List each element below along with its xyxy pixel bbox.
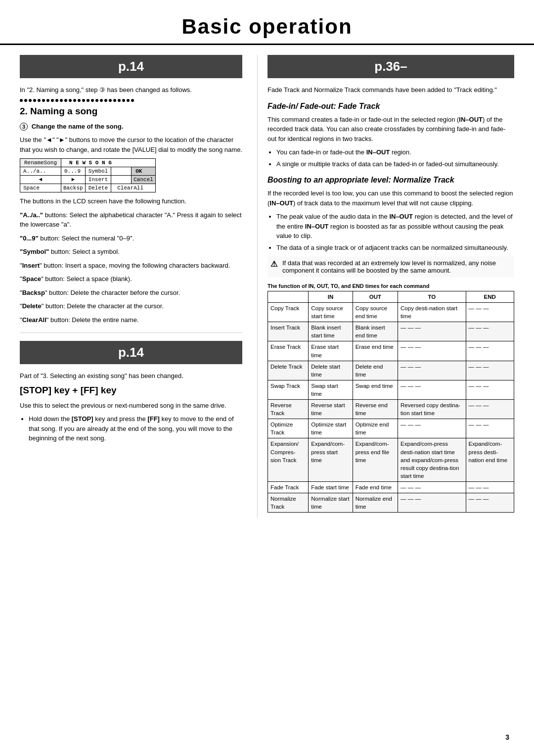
table-row: Erase TrackErase start timeErase end tim… (268, 341, 514, 361)
table-caption: The function of IN, OUT, TO, and END tim… (267, 283, 514, 289)
table-cell-4-0: Swap Track (268, 380, 309, 399)
dot-17 (91, 99, 94, 102)
table-cell-4-2: Swap end time (353, 380, 398, 399)
table-cell-7-3: Expand/com-press desti-nation start time… (398, 438, 466, 481)
table-cell-1-3: — — — (398, 322, 466, 341)
normalize-title: Boosting to an appropriate level: Normal… (267, 176, 514, 185)
table-cell-9-0: Normalize Track (268, 493, 309, 512)
dot-21 (109, 99, 112, 102)
lcd-cell-clearall: ClearAll (111, 184, 156, 192)
step3-bold: Change the name of the song. (32, 123, 124, 130)
table-cell-6-4: — — — (466, 419, 514, 438)
lcd-cell-a: A../a.. (20, 167, 61, 176)
page-header: Basic operation (0, 0, 534, 45)
table-cell-2-0: Erase Track (268, 341, 309, 361)
table-cell-9-3: — — — (398, 493, 466, 512)
table-cell-0-0: Copy Track (268, 303, 309, 322)
lcd-cell-left: ◄ (20, 176, 61, 184)
label-insert: Insert (22, 262, 40, 269)
lcd-cell-insert: Insert (85, 176, 111, 184)
label-delete: Delete (22, 302, 42, 310)
step3-label: 3 Change the name of the song. (20, 122, 242, 132)
dot-7 (46, 99, 49, 102)
table-cell-6-2: Optimize end time (353, 419, 398, 438)
col-header-name (268, 291, 309, 303)
lcd-desc-09: "0...9" button: Select the numeral "0–9"… (20, 234, 242, 243)
divider-1 (20, 332, 242, 333)
normalize-title-text: Boosting to an appropriate level: Normal… (267, 176, 454, 184)
table-cell-5-0: Reverse Track (268, 400, 309, 419)
in-out-4: IN–OUT (389, 213, 413, 220)
fade-bullet-1: You can fade-in or fade-out the IN–OUT r… (276, 147, 514, 157)
dot-9 (55, 99, 58, 102)
table-cell-2-3: — — — (398, 341, 466, 361)
stop-ff-bullet: Hold down the [STOP] key and press the [… (29, 414, 242, 443)
table-cell-6-3: — — — (398, 419, 466, 438)
table-row: Expansion/ Compres-sion TrackExpand/com-… (268, 438, 514, 481)
section2-intro: Part of "3. Selecting an existing song" … (20, 371, 242, 381)
left-column: p.14 In "2. Naming a song," step ③ has b… (20, 55, 257, 518)
fade-text: This command creates a fade-in or fade-o… (267, 115, 514, 144)
section-header-p14-2: p.14 (20, 341, 242, 364)
dot-14 (78, 99, 81, 102)
caution-block: ⚠ If data that was recorded at an extrem… (267, 256, 514, 277)
fade-title: Fade-in/ Fade-out: Fade Track (267, 102, 514, 111)
label-clearall: ClearAll (22, 316, 46, 324)
table-row: Copy TrackCopy source start timeCopy sou… (268, 303, 514, 322)
table-cell-8-1: Fade start time (309, 481, 353, 493)
table-cell-5-3: Reversed copy destina-tion start time (398, 400, 466, 419)
in-out-1: IN–OUT (459, 116, 483, 123)
table-cell-1-4: — — — (466, 322, 514, 341)
lcd-desc-a: "A../a.." buttons: Select the alphabetic… (20, 210, 242, 230)
table-cell-3-0: Delete Track (268, 361, 309, 380)
track-table: IN OUT TO END Copy TrackCopy source star… (267, 291, 514, 513)
table-head: IN OUT TO END (268, 291, 514, 303)
label-backsp: Backsp (22, 289, 45, 296)
table-row: Insert TrackBlank insert start timeBlank… (268, 322, 514, 341)
dot-5 (38, 99, 41, 102)
naming-song-title: 2. Naming a song (20, 106, 242, 117)
table-row: Reverse TrackReverse start timeReverse e… (268, 400, 514, 419)
dot-1 (20, 99, 23, 102)
dot-18 (95, 99, 98, 102)
table-cell-8-4: — — — (466, 481, 514, 493)
dot-25 (127, 99, 130, 102)
table-cell-0-1: Copy source start time (309, 303, 353, 322)
dot-11 (64, 99, 67, 102)
label-a: "A../a.." (20, 211, 43, 219)
col-header-to: TO (398, 291, 466, 303)
caution-icon: ⚠ (270, 259, 279, 269)
table-cell-8-3: — — — (398, 481, 466, 493)
step3-text: Use the "◄" "►" buttons to move the curs… (20, 135, 242, 154)
lcd-row-3: ◄ ► Insert Cancel (20, 176, 156, 184)
lcd-desc-del: "Delete" button: Delete the character at… (20, 301, 242, 311)
table-cell-5-4: — — — (466, 400, 514, 419)
table-cell-2-4: — — — (466, 341, 514, 361)
content-area: p.14 In "2. Naming a song," step ③ has b… (0, 55, 534, 518)
stop-ff-bullets: Hold down the [STOP] key and press the [… (29, 414, 242, 443)
table-cell-8-0: Fade Track (268, 481, 309, 493)
table-cell-3-1: Delete start time (309, 361, 353, 380)
lcd-desc-intro: The buttons in the LCD screen have the f… (20, 196, 242, 206)
circle-3: 3 (20, 123, 28, 131)
table-cell-2-2: Erase end time (353, 341, 398, 361)
table-cell-7-0: Expansion/ Compres-sion Track (268, 438, 309, 481)
label-space: Space (22, 275, 41, 283)
lcd-desc-symbol: "Symbol" button: Select a symbol. (20, 247, 242, 257)
stop-key: [STOP] (72, 415, 93, 423)
table-row: Normalize TrackNormalize start timeNorma… (268, 493, 514, 512)
table-body: Copy TrackCopy source start timeCopy sou… (268, 303, 514, 513)
section-header-p14-1: p.14 (20, 55, 242, 78)
lcd-desc-insert: "Insert" button: Insert a space, moving … (20, 261, 242, 271)
dot-10 (60, 99, 63, 102)
ff-key: [FF] (147, 415, 160, 423)
right-column: p.36– Fade Track and Normalize Track com… (257, 55, 514, 518)
in-out-3: IN–OUT (269, 199, 293, 207)
lcd-desc-backsp: "Backsp" button: Delete the character be… (20, 288, 242, 298)
table-cell-0-4: — — — (466, 303, 514, 322)
table-header-row: IN OUT TO END (268, 291, 514, 303)
lcd-cell-blank1 (111, 167, 132, 176)
label-symbol: "Symbol" (20, 248, 49, 255)
page-number: 3 (505, 733, 509, 741)
table-cell-9-1: Normalize start time (309, 493, 353, 512)
